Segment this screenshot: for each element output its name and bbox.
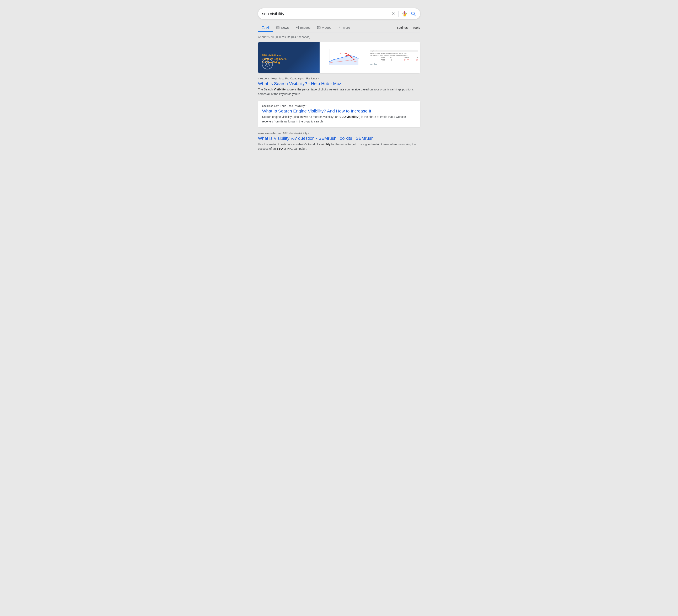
clear-icon[interactable]: ✕ (391, 11, 395, 16)
featured-img-table-panel: http://ahrefs.com Found 1,713 times betw… (368, 42, 420, 73)
tab-images[interactable]: Images (292, 24, 314, 32)
settings-button[interactable]: Settings (397, 26, 408, 29)
images-icon (296, 26, 299, 29)
result-backlinko: backlinko.com › hub › seo › visibility ▾… (258, 101, 420, 128)
featured-img-chart-panel (319, 42, 368, 73)
featured-img-icon (262, 58, 273, 69)
semrush-breadcrumb: www.semrush.com › 697-what-is-visibility… (258, 132, 420, 135)
tab-more[interactable]: ⋮ More (335, 23, 353, 32)
seo-chart-svg (327, 47, 361, 68)
search-tab-icon (261, 26, 265, 29)
semrush-result-snippet: Use this metric to estimate a website's … (258, 142, 420, 151)
svg-marker-12 (318, 27, 319, 28)
svg-point-10 (297, 27, 297, 27)
microphone-icon[interactable] (402, 11, 407, 16)
nav-right-items: Settings Tools (397, 26, 420, 29)
moz-breadcrumb: moz.com › Help › Moz Pro Campaigns › Ran… (258, 77, 420, 80)
tab-news-label: News (281, 26, 289, 29)
tools-button[interactable]: Tools (413, 26, 420, 29)
semrush-breadcrumb-dropdown[interactable]: ▾ (308, 132, 309, 134)
news-icon (276, 26, 280, 29)
nav-tabs: All News Images Videos (258, 23, 420, 32)
svg-point-13 (265, 61, 270, 66)
tab-news[interactable]: News (273, 24, 292, 32)
tab-images-label: Images (300, 26, 310, 29)
featured-image-row: SEO Visibility — Complete Beginner's Gui… (258, 42, 420, 73)
search-container: seo visibility ✕ (258, 4, 420, 159)
backlinko-breadcrumb-dropdown[interactable]: ▾ (305, 105, 306, 107)
search-icon[interactable] (411, 11, 416, 16)
svg-rect-9 (296, 26, 299, 29)
tab-all-label: All (266, 26, 270, 29)
result-moz: moz.com › Help › Moz Pro Campaigns › Ran… (258, 77, 420, 97)
videos-icon (317, 26, 321, 29)
tab-videos-label: Videos (322, 26, 331, 29)
moz-breadcrumb-dropdown[interactable]: ▾ (318, 77, 319, 80)
moz-result-snippet: The Search Visibility score is the perce… (258, 87, 420, 96)
svg-line-5 (263, 28, 264, 29)
svg-rect-6 (276, 26, 279, 29)
backlinko-breadcrumb: backlinko.com › hub › seo › visibility ▾ (262, 104, 416, 107)
featured-image-card: SEO Visibility — Complete Beginner's Gui… (258, 42, 420, 73)
search-bar: seo visibility ✕ (258, 8, 420, 19)
tab-videos[interactable]: Videos (314, 24, 335, 32)
featured-title-line1: SEO Visibility — (262, 54, 287, 58)
search-input[interactable]: seo visibility (262, 11, 391, 16)
result-semrush: www.semrush.com › 697-what-is-visibility… (258, 132, 420, 151)
backlinko-result-title[interactable]: What Is Search Engine Visibility? And Ho… (262, 108, 416, 114)
semrush-result-title[interactable]: What is Visibility %? question - SEMrush… (258, 135, 420, 141)
search-bar-icons: ✕ (391, 11, 416, 16)
more-dots-icon: ⋮ (338, 25, 342, 30)
backlinko-result-snippet: Search engine visibility (also known as … (262, 115, 416, 124)
gear-icon (265, 61, 270, 67)
results-count: About 25,700,000 results (0.47 seconds) (258, 35, 420, 39)
moz-result-title[interactable]: What Is Search Visibility? - Help Hub - … (258, 81, 420, 86)
svg-point-14 (266, 63, 268, 65)
tab-all[interactable]: All (258, 24, 273, 32)
divider (398, 11, 399, 16)
tab-more-label: More (343, 26, 350, 29)
featured-img-blue-panel: SEO Visibility — Complete Beginner's Gui… (258, 42, 319, 73)
svg-line-3 (414, 14, 415, 16)
